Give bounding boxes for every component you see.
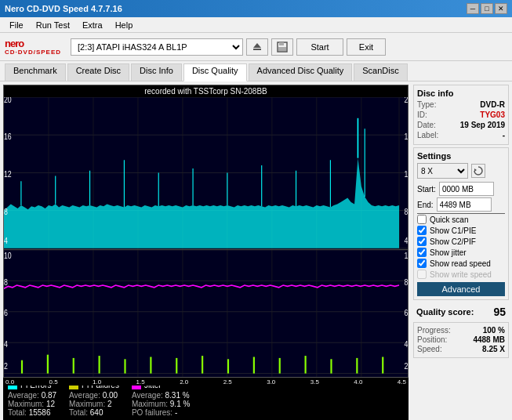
svg-rect-4	[278, 47, 286, 51]
svg-text:4: 4	[4, 339, 8, 349]
quick-scan-row: Quick scan	[417, 215, 505, 224]
pi-failures-stat: PI Failures Average: 0.00 Maximum: 2 Tot…	[69, 381, 119, 417]
svg-rect-67	[356, 358, 358, 374]
disc-info-section: Disc info Type: DVD-R ID: TYG03 Date: 19…	[413, 85, 509, 145]
exit-button[interactable]: Exit	[347, 38, 386, 56]
disc-id-value: TYG03	[480, 110, 505, 119]
show-read-speed-checkbox[interactable]	[417, 259, 427, 268]
lower-chart-svg: 10 8 6 4 2 10 8 6 4 2	[4, 250, 408, 377]
position-row: Position: 4488 MB	[417, 335, 505, 344]
pie-total-label: Total:	[8, 408, 29, 417]
svg-rect-58	[124, 359, 125, 373]
quick-scan-checkbox[interactable]	[417, 215, 427, 224]
disc-id-row: ID: TYG03	[417, 110, 505, 119]
svg-rect-65	[305, 356, 307, 374]
svg-text:2: 2	[4, 361, 8, 371]
svg-rect-54	[21, 360, 23, 374]
show-c1pie-label: Show C1/PIE	[430, 226, 476, 235]
svg-text:10: 10	[405, 251, 408, 260]
pie-max-val: 12	[46, 400, 55, 408]
svg-text:8: 8	[405, 277, 408, 287]
app-title: Nero CD-DVD Speed 4.7.7.16	[5, 4, 122, 13]
quick-scan-label: Quick scan	[430, 215, 468, 224]
svg-text:8: 8	[4, 277, 8, 287]
svg-marker-0	[253, 43, 261, 48]
nero-logo: nero CD·DVD/SPEED	[5, 38, 61, 56]
save-button[interactable]	[271, 38, 293, 56]
progress-value: 100 %	[483, 326, 505, 335]
show-jitter-checkbox[interactable]	[417, 248, 427, 257]
tab-scandisc[interactable]: ScanDisc	[354, 63, 407, 81]
jitter-stat: Jitter Average: 8.31 % Maximum: 9.1 % PO…	[132, 381, 190, 417]
save-icon	[277, 42, 288, 52]
pie-max-label: Maximum:	[8, 400, 46, 408]
svg-rect-1	[253, 49, 261, 50]
pif-total-val: 640	[90, 408, 103, 417]
show-write-speed-checkbox[interactable]	[417, 270, 427, 279]
start-label: Start:	[417, 185, 436, 194]
svg-rect-66	[330, 359, 332, 373]
disc-date-row: Date: 19 Sep 2019	[417, 121, 505, 129]
pie-avg-label: Average:	[8, 391, 42, 400]
pif-max-val: 2	[107, 400, 112, 408]
disc-label-label: Label:	[417, 131, 438, 139]
progress-section: Progress: 100 % Position: 4488 MB Speed:…	[413, 322, 509, 358]
speed-select[interactable]: 8 X	[417, 163, 468, 179]
disc-type-label: Type:	[417, 100, 436, 109]
jitter-avg-val: 8.31 %	[165, 391, 190, 400]
svg-rect-3	[279, 42, 284, 45]
tab-benchmark[interactable]: Benchmark	[5, 63, 66, 81]
show-jitter-label: Show jitter	[430, 248, 467, 257]
start-row: Start:	[417, 182, 505, 196]
speed-row: 8 X	[417, 163, 505, 179]
pi-errors-stat: PI Errors Average: 0.87 Maximum: 12 Tota…	[8, 381, 56, 417]
close-button[interactable]: ✕	[495, 3, 507, 14]
maximize-button[interactable]: □	[481, 3, 493, 14]
svg-text:20: 20	[4, 97, 12, 104]
po-failures-label: PO failures:	[132, 408, 175, 417]
svg-text:8: 8	[405, 207, 408, 216]
position-value: 4488 MB	[473, 335, 505, 344]
tab-disc-info[interactable]: Disc Info	[131, 63, 182, 81]
show-c2pif-checkbox[interactable]	[417, 237, 427, 246]
speed-value: 8.25 X	[482, 345, 505, 353]
refresh-icon	[474, 166, 483, 176]
settings-header: Settings	[417, 151, 505, 161]
tab-advanced-disc-quality[interactable]: Advanced Disc Quality	[249, 63, 353, 81]
start-input[interactable]	[439, 182, 494, 196]
svg-text:20: 20	[405, 97, 408, 104]
tab-create-disc[interactable]: Create Disc	[67, 63, 129, 81]
show-c2pif-row: Show C2/PIF	[417, 237, 505, 246]
start-button[interactable]: Start	[296, 38, 343, 56]
end-input[interactable]	[437, 197, 492, 212]
disc-eject-button[interactable]	[246, 38, 268, 56]
pif-avg-label: Average:	[69, 391, 103, 400]
menu-runtest[interactable]: Run Test	[30, 19, 76, 31]
drive-select[interactable]: [2:3] ATAPI iHAS324 A BL1P	[71, 38, 243, 56]
menu-help[interactable]: Help	[109, 19, 140, 31]
svg-text:12: 12	[405, 169, 408, 179]
disc-type-value: DVD-R	[480, 100, 505, 109]
position-label: Position:	[417, 335, 447, 344]
svg-text:4: 4	[405, 237, 408, 246]
pif-max-label: Maximum:	[69, 400, 107, 408]
menu-file[interactable]: File	[3, 19, 30, 31]
svg-text:4: 4	[4, 237, 8, 246]
minimize-button[interactable]: ─	[467, 3, 479, 14]
refresh-button[interactable]	[471, 164, 485, 178]
menu-extra[interactable]: Extra	[76, 19, 109, 31]
jitter-avg-label: Average:	[132, 391, 165, 400]
svg-text:6: 6	[405, 309, 408, 318]
advanced-button[interactable]: Advanced	[417, 282, 505, 296]
tab-disc-quality[interactable]: Disc Quality	[183, 63, 247, 81]
po-failures-val: -	[175, 408, 177, 417]
show-read-speed-row: Show read speed	[417, 259, 505, 268]
lower-x-labels: 0.00.51.01.52.02.53.03.54.04.5	[4, 378, 408, 386]
show-write-speed-row: Show write speed	[417, 270, 505, 279]
show-c1pie-checkbox[interactable]	[417, 226, 427, 235]
progress-label: Progress:	[417, 326, 451, 335]
lower-chart: 10 8 6 4 2 10 8 6 4 2 0.00.51.01.52.02.5…	[4, 250, 408, 377]
show-read-speed-label: Show read speed	[430, 259, 491, 268]
disc-label-row: Label: -	[417, 131, 505, 139]
quality-score-container: Quality score: 95	[413, 302, 509, 320]
